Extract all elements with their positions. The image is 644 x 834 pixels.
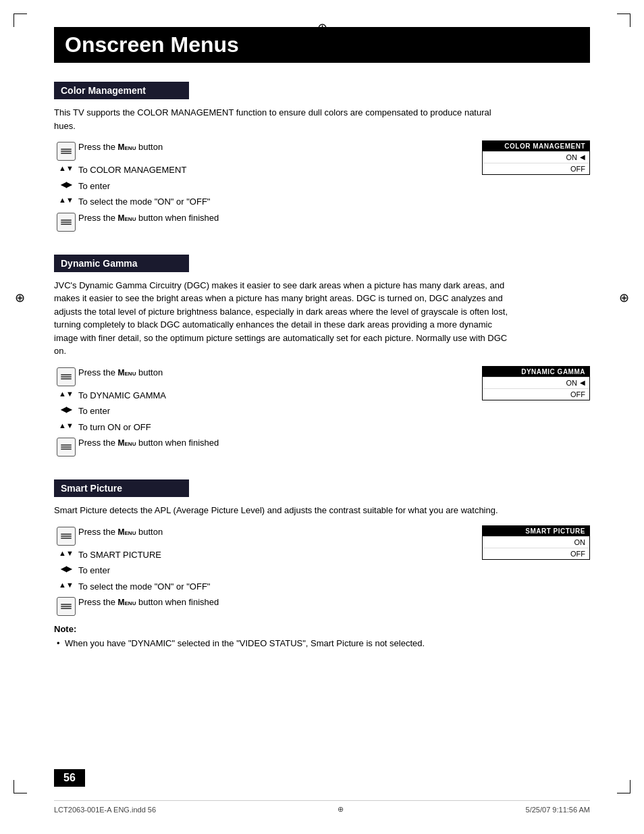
footer-right: 5/25/07 9:11:56 AM	[526, 806, 590, 814]
updown-arrow-cell: ▲▼	[54, 580, 78, 589]
remote-icon-cell	[54, 140, 78, 161]
updown-arrow-cell: ▲▼	[54, 195, 78, 204]
remote-button-icon	[57, 438, 76, 457]
crosshair-mid-left: ⊕	[15, 290, 25, 305]
instruction-row: ◀▶ To enter	[54, 564, 455, 577]
instruction-text: To DYNAMIC GAMMA	[78, 389, 455, 402]
instruction-text: To COLOR MANAGEMENT	[78, 163, 455, 177]
instructions-area-smart-picture: Press the Menu button ▲▼ To SMART PICTUR…	[54, 525, 590, 619]
tv-screen-row-label: ON	[566, 379, 578, 387]
section-heading-dynamic-gamma: Dynamic Gamma	[54, 255, 189, 272]
tv-screen-color-management: COLOR MANAGEMENT ON ◀ OFF	[482, 140, 590, 175]
page-number-box: 56	[54, 769, 85, 787]
updown-arrow-icon: ▲▼	[59, 390, 74, 398]
remote-icon-cell	[54, 436, 78, 457]
tv-screen-row-label: OFF	[570, 390, 585, 398]
instruction-row: ◀▶ To enter	[54, 405, 455, 418]
tv-screen-title: COLOR MANAGEMENT	[483, 141, 589, 151]
instruction-row: ▲▼ To turn ON or OFF	[54, 421, 455, 434]
leftright-arrow-cell: ◀▶	[54, 564, 78, 573]
instruction-text: Press the Menu button	[78, 525, 455, 539]
tv-screen-row-label: ON	[566, 153, 578, 161]
instruction-text: To select the mode "ON" or "OFF"	[78, 580, 455, 594]
tv-screen-row-arrow: ◀	[580, 153, 585, 161]
tv-screen-row-arrow: ◀	[580, 379, 585, 387]
corner-mark-tr	[617, 14, 630, 27]
instruction-row: ▲▼ To SMART PICTURE	[54, 548, 455, 562]
instructions-left-smart-picture: Press the Menu button ▲▼ To SMART PICTUR…	[54, 525, 455, 619]
remote-icon-cell	[54, 525, 78, 546]
instructions-left-dynamic-gamma: Press the Menu button ▲▼ To DYNAMIC GAMM…	[54, 366, 455, 460]
section-desc-dynamic-gamma: JVC's Dynamic Gamma Circuitry (DGC) make…	[54, 279, 513, 358]
tv-screen-smart-picture: SMART PICTURE ON OFF	[482, 525, 590, 560]
crosshair-mid-right: ⊕	[619, 290, 629, 305]
note-label: Note:	[54, 624, 590, 634]
instruction-row: Press the Menu button	[54, 140, 455, 161]
remote-button-icon	[57, 597, 76, 616]
updown-arrow-icon: ▲▼	[59, 165, 74, 172]
tv-screen-row: ON	[483, 536, 589, 548]
tv-screen-row: OFF	[483, 163, 589, 174]
remote-icon-cell	[54, 366, 78, 386]
leftright-arrow-cell: ◀▶	[54, 180, 78, 188]
updown-arrow-icon: ▲▼	[59, 581, 74, 589]
section-dynamic-gamma: Dynamic Gamma JVC's Dynamic Gamma Circui…	[54, 255, 590, 460]
footer-left: LCT2063-001E-A ENG.indd 56	[54, 806, 156, 814]
instruction-row: Press the Menu button	[54, 525, 455, 546]
instruction-text: Press the Menu button when finished	[78, 211, 455, 225]
instruction-row: Press the Menu button when finished	[54, 436, 455, 457]
leftright-arrow-cell: ◀▶	[54, 405, 78, 413]
instruction-row: ▲▼ To COLOR MANAGEMENT	[54, 163, 455, 177]
instructions-area-dynamic-gamma: Press the Menu button ▲▼ To DYNAMIC GAMM…	[54, 366, 590, 460]
remote-icon-cell	[54, 211, 78, 232]
instruction-text: To enter	[78, 405, 455, 418]
instruction-row: Press the Menu button when finished	[54, 596, 455, 616]
tv-screen-row: OFF	[483, 388, 589, 400]
note-item: When you have "DYNAMIC" selected in the …	[54, 637, 590, 650]
section-heading-color-management: Color Management	[54, 82, 189, 99]
section-smart-picture: Smart Picture Smart Picture detects the …	[54, 479, 590, 650]
tv-screen-row: OFF	[483, 548, 589, 559]
instruction-text: Press the Menu button	[78, 140, 455, 154]
remote-button-icon	[57, 527, 76, 546]
updown-arrow-icon: ▲▼	[59, 550, 74, 557]
note-section: Note: When you have "DYNAMIC" selected i…	[54, 624, 590, 650]
instruction-text: To enter	[78, 564, 455, 577]
instruction-row: ◀▶ To enter	[54, 180, 455, 193]
tv-screen-row-label: OFF	[570, 165, 585, 173]
instruction-row: ▲▼ To select the mode "ON" or "OFF"	[54, 195, 455, 209]
page-container: ⊕ ⊕ ⊕ Onscreen Menus Color Management Th…	[0, 0, 644, 834]
instruction-text: Press the Menu button when finished	[78, 596, 455, 609]
tv-screen-row: ON ◀	[483, 151, 589, 163]
tv-screen-dynamic-gamma: DYNAMIC GAMMA ON ◀ OFF	[482, 366, 590, 400]
instruction-row: ▲▼ To select the mode "ON" or "OFF"	[54, 580, 455, 594]
instructions-left-color-management: Press the Menu button ▲▼ To COLOR MANAGE…	[54, 140, 455, 234]
remote-button-icon	[57, 142, 76, 161]
leftright-arrow-icon: ◀▶	[61, 406, 72, 413]
section-desc-color-management: This TV supports the COLOR MANAGEMENT fu…	[54, 106, 513, 132]
crosshair-top: ⊕	[317, 20, 327, 35]
instructions-area-color-management: Press the Menu button ▲▼ To COLOR MANAGE…	[54, 140, 590, 234]
section-desc-smart-picture: Smart Picture detects the APL (Average P…	[54, 504, 513, 517]
leftright-arrow-icon: ◀▶	[61, 181, 72, 188]
footer: LCT2063-001E-A ENG.indd 56 ⊕ 5/25/07 9:1…	[54, 800, 590, 814]
footer-crosshair: ⊕	[338, 805, 344, 814]
instruction-text: Press the Menu button	[78, 366, 455, 380]
updown-arrow-cell: ▲▼	[54, 163, 78, 172]
corner-mark-br	[617, 780, 630, 793]
tv-screen-title: SMART PICTURE	[483, 526, 589, 536]
instruction-row: Press the Menu button	[54, 366, 455, 386]
tv-screen-row-label: OFF	[570, 550, 585, 558]
instruction-text: To select the mode "ON" or "OFF"	[78, 195, 455, 209]
updown-arrow-cell: ▲▼	[54, 389, 78, 398]
instruction-text: Press the Menu button when finished	[78, 436, 455, 450]
remote-icon-cell	[54, 596, 78, 616]
section-color-management: Color Management This TV supports the CO…	[54, 82, 590, 234]
updown-arrow-icon: ▲▼	[59, 422, 74, 429]
tv-screen-row: ON ◀	[483, 377, 589, 388]
instruction-row: Press the Menu button when finished	[54, 211, 455, 232]
remote-button-icon	[57, 213, 76, 232]
tv-screen-title: DYNAMIC GAMMA	[483, 367, 589, 377]
section-heading-smart-picture: Smart Picture	[54, 479, 189, 497]
instruction-text: To enter	[78, 180, 455, 193]
